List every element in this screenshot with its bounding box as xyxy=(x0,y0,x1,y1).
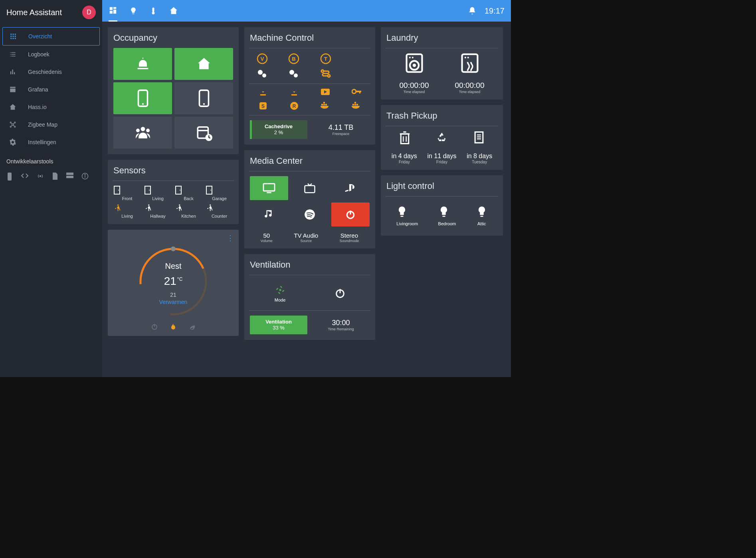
svg-line-17 xyxy=(11,123,12,124)
download-icon[interactable] xyxy=(290,89,298,97)
tab-dashboard[interactable] xyxy=(109,0,117,22)
avatar[interactable]: D xyxy=(82,6,96,19)
gauge-freespace[interactable]: 4.11 TB Freespace xyxy=(312,120,370,139)
sidebar-item-logboek[interactable]: Logboek xyxy=(2,46,100,63)
svg-text:S: S xyxy=(261,103,265,109)
vent-power[interactable] xyxy=(334,288,346,299)
svg-text:B: B xyxy=(292,56,296,62)
docker-icon[interactable] xyxy=(352,101,361,110)
tab-climate[interactable] xyxy=(149,1,157,21)
file-icon[interactable] xyxy=(52,173,58,181)
letter-t-icon[interactable]: T xyxy=(320,53,331,64)
paper-icon[interactable] xyxy=(473,131,485,145)
sidebar-item-label: Zigbee Map xyxy=(28,121,57,128)
sidebar-item-instellingen[interactable]: Instellingen xyxy=(2,133,100,151)
leaf-icon[interactable] xyxy=(188,323,196,331)
vent-mode[interactable]: Mode xyxy=(274,284,286,302)
route-icon[interactable] xyxy=(321,69,331,79)
sensor-motion-hallway[interactable]: Hallway xyxy=(144,203,172,218)
gauge-time-remaining[interactable]: 30:00 Time Remaining xyxy=(312,316,370,334)
mesh-icon xyxy=(9,121,17,129)
dryer-icon[interactable] xyxy=(461,53,479,73)
card-title: Sensors xyxy=(113,165,233,176)
sidebar-item-label: Grafana xyxy=(28,86,48,93)
svg-point-14 xyxy=(14,122,16,123)
svg-point-54 xyxy=(179,205,180,206)
svg-rect-84 xyxy=(325,104,327,105)
tile-music[interactable] xyxy=(250,203,288,226)
svg-rect-83 xyxy=(323,104,325,105)
light-livingroom[interactable]: Livingroom xyxy=(396,205,418,226)
tile-spotify[interactable] xyxy=(291,203,329,226)
gauge-ventilation[interactable]: Ventilation 33 % xyxy=(250,316,307,334)
svg-point-39 xyxy=(136,129,139,132)
sensor-motion-kitchen[interactable]: Kitchen xyxy=(175,203,202,218)
tile-tv[interactable] xyxy=(291,176,329,200)
svg-point-71 xyxy=(321,70,324,72)
svg-rect-104 xyxy=(462,54,477,72)
dev-tools-row xyxy=(0,169,102,185)
tile-guests[interactable] xyxy=(113,117,172,149)
sidebar-item-overzicht[interactable]: Overzicht xyxy=(2,27,100,46)
clock: 19:17 xyxy=(485,6,505,16)
media-volume[interactable]: 50Volume xyxy=(261,232,273,243)
thermostat-target: 21 xyxy=(112,292,235,298)
notifications-icon[interactable] xyxy=(468,6,477,15)
sensor-door-garage[interactable]: Garage xyxy=(206,186,233,201)
key-icon[interactable] xyxy=(352,89,361,97)
svg-line-19 xyxy=(11,125,12,126)
tile-monitor[interactable] xyxy=(250,176,288,200)
dev-tools-header: Ontwikkelaarstools xyxy=(0,151,102,169)
svg-line-20 xyxy=(14,125,14,126)
media-soundmode[interactable]: StereoSoundmode xyxy=(340,232,359,243)
svg-text:T: T xyxy=(324,56,327,62)
media-source[interactable]: TV AudioSource xyxy=(294,232,318,243)
sensor-door-front[interactable]: Front xyxy=(113,186,141,201)
letter-v-icon[interactable]: V xyxy=(257,53,268,64)
tile-phone-1[interactable] xyxy=(113,82,172,114)
sidebar-item-hassio[interactable]: Hass.io xyxy=(2,98,100,116)
tile-schedule[interactable] xyxy=(174,117,233,149)
svg-rect-8 xyxy=(15,38,16,39)
tile-home[interactable] xyxy=(174,48,233,80)
sensor-door-back[interactable]: Back xyxy=(175,186,202,201)
download-icon[interactable] xyxy=(259,89,267,97)
gauge-cachedrive[interactable]: Cachedrive 2 % xyxy=(250,120,307,139)
letter-b-icon[interactable]: B xyxy=(288,53,299,64)
trash-icon[interactable] xyxy=(399,131,411,145)
letter-r-icon[interactable]: R xyxy=(290,101,299,110)
flame-icon[interactable] xyxy=(170,323,176,331)
sensor-motion-living[interactable]: Living xyxy=(113,203,141,218)
sensor-motion-counter[interactable]: Counter xyxy=(206,203,233,218)
light-attic[interactable]: Attic xyxy=(476,205,487,226)
tile-alarm[interactable] xyxy=(113,48,172,80)
tab-lights[interactable] xyxy=(129,1,137,21)
play-icon[interactable] xyxy=(321,89,330,97)
light-bedroom[interactable]: Bedroom xyxy=(438,205,456,226)
tile-power[interactable] xyxy=(331,203,370,226)
broadcast-icon[interactable] xyxy=(37,173,44,181)
svg-point-69 xyxy=(289,70,294,75)
tile-phone-2[interactable] xyxy=(174,82,233,114)
svg-point-101 xyxy=(412,57,413,58)
gears-icon[interactable] xyxy=(257,69,267,79)
server-icon[interactable] xyxy=(66,173,73,181)
tile-playstation[interactable] xyxy=(331,176,370,200)
info-icon[interactable] xyxy=(81,173,89,181)
code-icon[interactable] xyxy=(21,173,29,181)
thermostat-dial[interactable]: Nest 21°C 21 Verwarmen xyxy=(112,238,235,318)
remote-icon[interactable] xyxy=(6,173,13,181)
power-icon[interactable] xyxy=(151,323,158,331)
washer-icon[interactable] xyxy=(405,53,424,73)
svg-rect-77 xyxy=(359,91,360,93)
sidebar-item-grafana[interactable]: Grafana xyxy=(2,81,100,98)
sidebar-item-geschiedenis[interactable]: Geschiedenis xyxy=(2,63,100,81)
docker-icon[interactable] xyxy=(321,101,330,110)
gears-icon[interactable] xyxy=(289,69,299,79)
tab-home[interactable] xyxy=(169,1,178,21)
sidebar-item-zigbee[interactable]: Zigbee Map xyxy=(2,116,100,133)
letter-s-icon[interactable]: S xyxy=(259,101,267,110)
sensor-door-living[interactable]: Living xyxy=(144,186,172,201)
svg-point-22 xyxy=(40,176,41,177)
recycle-icon[interactable] xyxy=(435,131,448,145)
